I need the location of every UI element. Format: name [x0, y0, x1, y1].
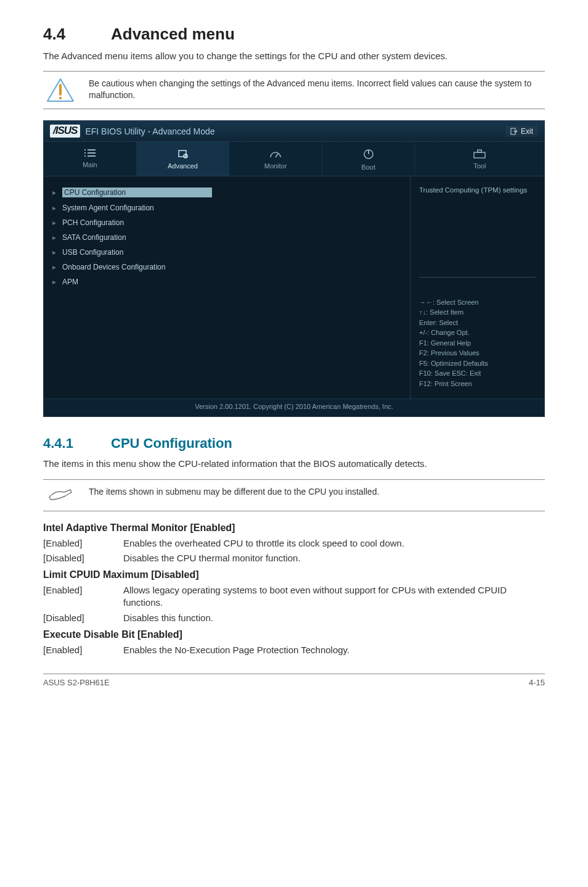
chevron-right-icon: ▸	[52, 248, 59, 257]
bios-item-label: USB Configuration	[62, 248, 123, 257]
param-value: Allows legacy operating systems to boot …	[123, 584, 545, 609]
bios-version-footer: Version 2.00.1201. Copyright (C) 2010 Am…	[44, 398, 544, 416]
tab-monitor-label: Monitor	[229, 162, 322, 170]
bios-item-cpu-config[interactable]: ▸CPU Configuration	[52, 188, 401, 197]
param-key: [Enabled]	[43, 537, 123, 550]
param-key: [Disabled]	[43, 552, 123, 564]
param-key: [Disabled]	[43, 612, 123, 624]
param-key: [Enabled]	[43, 584, 123, 609]
footer-left: ASUS S2-P8H61E	[43, 678, 110, 687]
tab-advanced-label: Advanced	[137, 162, 229, 170]
tab-boot-label: Boot	[322, 163, 415, 171]
page-footer: ASUS S2-P8H61E 4-15	[43, 674, 545, 687]
subsection-title: 4.4.1CPU Configuration	[43, 435, 545, 452]
chevron-right-icon: ▸	[52, 278, 59, 286]
tab-boot[interactable]: Boot	[322, 142, 415, 176]
exit-icon	[510, 128, 518, 135]
bios-tabs: Main Advanced Monitor Boot Tool	[44, 142, 544, 176]
bios-title: EFI BIOS Utility - Advanced Mode	[85, 126, 214, 136]
info-note-text: The items shown in submenu may be differ…	[89, 486, 545, 498]
param-row: [Enabled]Enables the overheated CPU to t…	[43, 537, 545, 550]
power-icon	[362, 148, 375, 160]
param-thermal-title: Intel Adaptive Thermal Monitor [Enabled]	[43, 522, 545, 534]
param-edb-title: Execute Disable Bit [Enabled]	[43, 629, 545, 640]
bios-item-apm[interactable]: ▸APM	[52, 278, 401, 286]
bios-item-label: Onboard Devices Configuration	[62, 263, 165, 271]
chevron-right-icon: ▸	[52, 188, 59, 197]
param-value: Enables the overheated CPU to throttle i…	[123, 537, 545, 550]
footer-right: 4-15	[529, 678, 545, 687]
chevron-right-icon: ▸	[52, 233, 59, 242]
param-cpuid-title: Limit CPUID Maximum [Disabled]	[43, 569, 545, 580]
caution-text: Be cautious when changing the settings o…	[89, 78, 545, 101]
tab-advanced[interactable]: Advanced	[137, 142, 230, 176]
param-value: Disables the CPU thermal monitor functio…	[123, 552, 545, 564]
tab-monitor[interactable]: Monitor	[229, 142, 322, 176]
bios-item-pch[interactable]: ▸PCH Configuration	[52, 218, 401, 227]
bios-item-usb[interactable]: ▸USB Configuration	[52, 248, 401, 257]
bios-item-label: APM	[62, 278, 78, 286]
list-icon	[83, 148, 97, 158]
svg-rect-10	[179, 151, 186, 157]
intro-text: The Advanced menu items allow you to cha…	[43, 50, 545, 62]
param-row: [Disabled]Disables the CPU thermal monit…	[43, 552, 545, 564]
pencil-note-icon	[43, 486, 78, 505]
bios-item-system-agent[interactable]: ▸System Agent Configuration	[52, 204, 401, 212]
bios-item-label: CPU Configuration	[62, 188, 212, 197]
chevron-right-icon: ▸	[52, 218, 59, 227]
svg-point-2	[59, 97, 62, 99]
info-note: The items shown in submenu may be differ…	[43, 479, 545, 511]
param-value: Enables the No-Execution Page Protection…	[123, 644, 545, 656]
bios-item-list: ▸CPU Configuration ▸System Agent Configu…	[44, 176, 410, 398]
bios-item-label: System Agent Configuration	[62, 204, 154, 212]
bios-item-label: SATA Configuration	[62, 233, 126, 242]
bios-help-description: Trusted Computing (TPM) settings	[419, 185, 536, 278]
param-row: [Disabled]Disables this function.	[43, 612, 545, 624]
param-key: [Enabled]	[43, 644, 123, 656]
subsection-intro: The items in this menu show the CPU-rela…	[43, 458, 545, 470]
section-heading: Advanced menu	[111, 25, 235, 43]
section-number: 4.4	[43, 25, 111, 44]
subsection-heading: CPU Configuration	[111, 435, 232, 451]
svg-rect-17	[478, 150, 481, 152]
tab-main[interactable]: Main	[44, 142, 137, 176]
gauge-icon	[269, 148, 282, 159]
toolbox-icon	[472, 148, 487, 159]
svg-rect-16	[474, 152, 485, 158]
section-title: 4.4Advanced menu	[43, 25, 545, 44]
caution-icon	[43, 78, 78, 102]
bios-screenshot: /ISUS EFI BIOS Utility - Advanced Mode E…	[43, 120, 545, 417]
exit-button[interactable]: Exit	[505, 126, 538, 137]
bios-key-legend: →←: Select Screen ↑↓: Select Item Enter:…	[419, 290, 536, 389]
bios-item-label: PCH Configuration	[62, 218, 124, 227]
tab-main-label: Main	[44, 161, 136, 168]
chip-icon	[176, 148, 189, 159]
chevron-right-icon: ▸	[52, 263, 59, 271]
caution-note: Be cautious when changing the settings o…	[43, 71, 545, 109]
tab-tool-label: Tool	[415, 162, 544, 170]
svg-line-13	[276, 154, 278, 157]
bios-item-onboard[interactable]: ▸Onboard Devices Configuration	[52, 263, 401, 271]
param-row: [Enabled]Allows legacy operating systems…	[43, 584, 545, 609]
exit-label: Exit	[521, 127, 533, 136]
chevron-right-icon: ▸	[52, 204, 59, 212]
asus-logo: /ISUS	[50, 125, 80, 138]
param-value: Disables this function.	[123, 612, 545, 624]
bios-titlebar: /ISUS EFI BIOS Utility - Advanced Mode E…	[44, 121, 544, 142]
tab-tool[interactable]: Tool	[415, 142, 544, 176]
param-row: [Enabled]Enables the No-Execution Page P…	[43, 644, 545, 656]
bios-help-panel: Trusted Computing (TPM) settings →←: Sel…	[410, 176, 544, 398]
subsection-number: 4.4.1	[43, 435, 111, 452]
bios-item-sata[interactable]: ▸SATA Configuration	[52, 233, 401, 242]
